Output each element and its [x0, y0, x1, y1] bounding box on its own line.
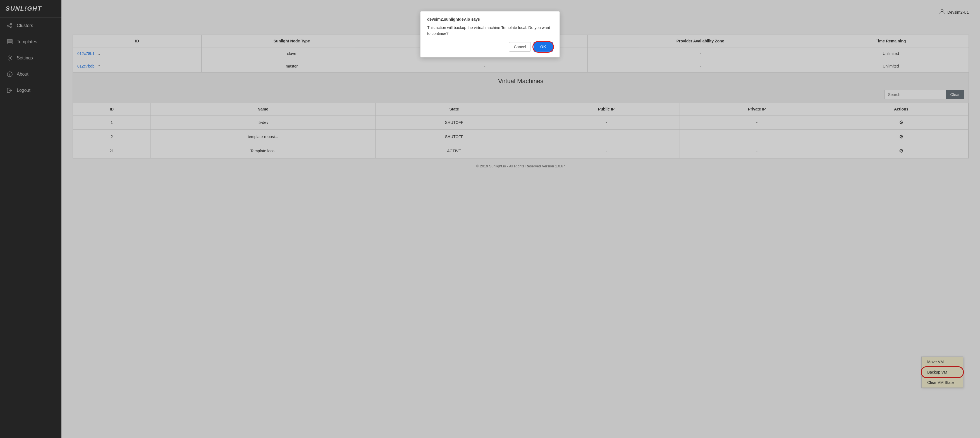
- modal-message: This action will backup the virtual mach…: [427, 25, 553, 36]
- modal-site: devsim2.sunlightdev.io says: [427, 17, 553, 21]
- modal-cancel-button[interactable]: Cancel: [509, 42, 531, 52]
- modal-actions: Cancel OK: [427, 42, 553, 52]
- modal-overlay: devsim2.sunlightdev.io says This action …: [0, 0, 980, 438]
- modal-dialog: devsim2.sunlightdev.io says This action …: [420, 11, 560, 57]
- modal-ok-button[interactable]: OK: [533, 42, 553, 52]
